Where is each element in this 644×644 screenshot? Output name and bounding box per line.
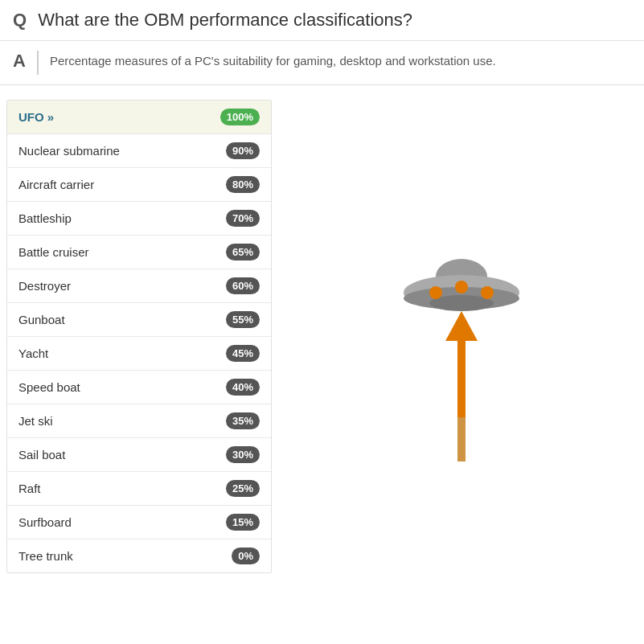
- ufo-illustration: [373, 200, 550, 506]
- item-name: Surfboard: [18, 515, 72, 529]
- item-name: Battleship: [18, 211, 72, 225]
- list-item[interactable]: Tree trunk0%: [7, 539, 271, 572]
- list-item[interactable]: Yacht45%: [7, 337, 271, 371]
- svg-marker-8: [445, 311, 478, 341]
- item-badge: 40%: [226, 379, 260, 396]
- item-name: Battle cruiser: [18, 245, 89, 259]
- list-item[interactable]: Nuclear submarine90%: [7, 134, 271, 168]
- list-item[interactable]: Speed boat40%: [7, 371, 271, 404]
- item-name: Raft: [18, 482, 41, 495]
- answer-divider: [37, 51, 39, 75]
- answer-text: Percentage measures of a PC's suitabilit…: [50, 51, 496, 68]
- list-item[interactable]: Destroyer60%: [7, 269, 271, 303]
- ufo-visual: [373, 200, 550, 506]
- list-item[interactable]: Battle cruiser65%: [7, 236, 271, 269]
- list-item[interactable]: Raft25%: [7, 472, 271, 506]
- svg-point-5: [455, 281, 468, 293]
- item-badge: 100%: [220, 109, 260, 125]
- item-name: Aircraft carrier: [18, 178, 94, 191]
- item-name: Destroyer: [18, 279, 71, 293]
- item-badge: 55%: [226, 311, 260, 328]
- list-item[interactable]: Battleship70%: [7, 202, 271, 236]
- item-badge: 45%: [226, 345, 260, 362]
- item-name: Tree trunk: [18, 549, 73, 563]
- item-badge: 70%: [226, 210, 260, 227]
- item-badge: 15%: [226, 514, 260, 531]
- list-item[interactable]: Aircraft carrier80%: [7, 168, 271, 202]
- list-item[interactable]: Jet ski35%: [7, 404, 271, 438]
- item-badge: 65%: [226, 244, 260, 260]
- main-content: UFO »100%Nuclear submarine90%Aircraft ca…: [0, 85, 644, 588]
- answer-row: A Percentage measures of a PC's suitabil…: [0, 41, 644, 85]
- classification-list: UFO »100%Nuclear submarine90%Aircraft ca…: [6, 100, 272, 573]
- item-name: Nuclear submarine: [18, 144, 120, 158]
- item-badge: 80%: [226, 176, 260, 193]
- item-name: Speed boat: [18, 380, 80, 394]
- item-name: Sail boat: [18, 448, 65, 461]
- q-label: Q: [13, 10, 27, 31]
- item-name: UFO »: [18, 110, 54, 124]
- item-name: Jet ski: [18, 414, 53, 428]
- question-row: Q What are the OBM performance classific…: [0, 0, 644, 41]
- question-text: What are the OBM performance classificat…: [38, 10, 412, 31]
- svg-rect-9: [457, 417, 466, 461]
- item-badge: 90%: [226, 142, 260, 159]
- list-item[interactable]: Sail boat30%: [7, 438, 271, 472]
- item-name: Yacht: [18, 347, 48, 360]
- visual-section: [278, 93, 644, 580]
- list-item[interactable]: Surfboard15%: [7, 506, 271, 539]
- item-badge: 60%: [226, 277, 260, 294]
- item-badge: 25%: [226, 480, 260, 497]
- a-label: A: [13, 51, 26, 72]
- svg-point-4: [429, 286, 442, 299]
- item-badge: 35%: [226, 412, 260, 429]
- list-item[interactable]: Gunboat55%: [7, 303, 271, 337]
- item-badge: 30%: [226, 446, 260, 463]
- list-item[interactable]: UFO »100%: [7, 100, 271, 134]
- svg-point-6: [481, 286, 494, 299]
- item-name: Gunboat: [18, 313, 65, 326]
- item-badge: 0%: [232, 548, 260, 564]
